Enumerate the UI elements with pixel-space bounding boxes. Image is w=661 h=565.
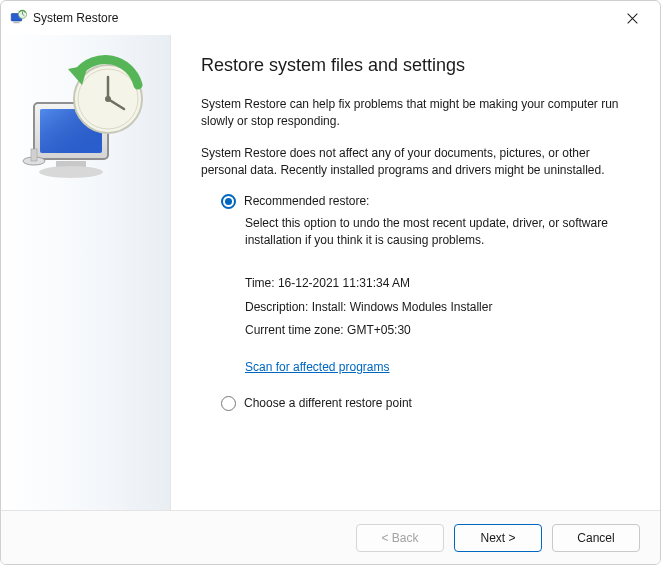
detail-timezone: Current time zone: GMT+05:30	[245, 322, 625, 339]
radio-icon	[221, 396, 236, 411]
recommended-option-body: Select this option to undo the most rece…	[221, 215, 625, 374]
detail-description: Description: Install: Windows Modules In…	[245, 299, 625, 316]
restore-options: Recommended restore: Select this option …	[201, 194, 630, 411]
svg-rect-1	[14, 22, 20, 24]
radio-different-label: Choose a different restore point	[244, 396, 412, 410]
restore-point-details: Time: 16-12-2021 11:31:34 AM Description…	[245, 275, 625, 373]
scan-affected-programs-link[interactable]: Scan for affected programs	[245, 360, 390, 374]
window-title: System Restore	[33, 11, 118, 25]
svg-point-8	[39, 166, 103, 178]
wizard-body: Restore system files and settings System…	[1, 35, 660, 510]
titlebar: System Restore	[1, 1, 660, 35]
back-button: < Back	[356, 524, 444, 552]
wizard-footer: < Back Next > Cancel	[1, 510, 660, 564]
system-restore-window: System Restore	[0, 0, 661, 565]
page-heading: Restore system files and settings	[201, 55, 630, 76]
intro-paragraph-2: System Restore does not affect any of yo…	[201, 145, 621, 180]
radio-recommended-label: Recommended restore:	[244, 194, 369, 208]
next-button[interactable]: Next >	[454, 524, 542, 552]
svg-rect-14	[31, 149, 37, 161]
close-button[interactable]	[612, 3, 652, 33]
cancel-button[interactable]: Cancel	[552, 524, 640, 552]
system-restore-icon	[9, 9, 27, 27]
radio-recommended-restore[interactable]: Recommended restore:	[221, 194, 630, 209]
recommended-description: Select this option to undo the most rece…	[245, 215, 625, 250]
svg-point-11	[105, 96, 111, 102]
close-icon	[627, 13, 638, 24]
radio-different-restore-point[interactable]: Choose a different restore point	[221, 396, 630, 411]
intro-paragraph-1: System Restore can help fix problems tha…	[201, 96, 621, 131]
system-restore-graphic-icon	[16, 55, 156, 195]
radio-icon	[221, 194, 236, 209]
wizard-sidebar	[1, 35, 171, 510]
detail-time: Time: 16-12-2021 11:31:34 AM	[245, 275, 625, 292]
wizard-content: Restore system files and settings System…	[171, 35, 660, 510]
